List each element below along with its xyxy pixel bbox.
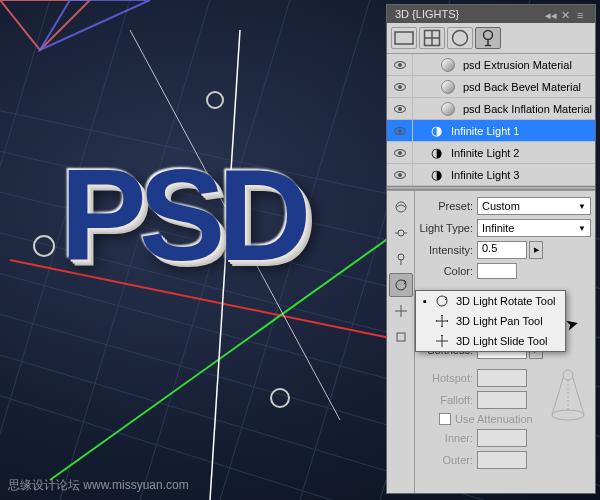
layer-row-material[interactable]: psd Back Bevel Material: [387, 76, 595, 98]
filter-material-button[interactable]: [447, 27, 473, 49]
flyout-pan-tool[interactable]: 3D Light Pan Tool: [416, 311, 565, 331]
layer-label: psd Back Bevel Material: [459, 81, 595, 93]
svg-line-8: [0, 0, 50, 500]
inner-input: [477, 429, 527, 447]
close-icon[interactable]: ✕: [561, 9, 571, 19]
rotate-icon: [434, 294, 450, 308]
light-cone-diagram: [547, 367, 589, 423]
preset-label: Preset:: [419, 200, 477, 212]
layer-row-light[interactable]: ◑ Infinite Light 3: [387, 164, 595, 186]
hotspot-input: [477, 369, 527, 387]
light-handle: [271, 389, 289, 407]
flyout-label: 3D Light Rotate Tool: [456, 295, 555, 307]
svg-line-36: [573, 378, 584, 415]
svg-point-23: [484, 31, 493, 40]
layer-label: psd Extrusion Material: [459, 59, 595, 71]
filter-light-button[interactable]: [475, 27, 501, 49]
color-swatch[interactable]: [477, 263, 517, 279]
attenuation-label: Use Attenuation: [455, 413, 537, 425]
svg-point-34: [563, 370, 573, 380]
bullet-icon: ▪: [422, 295, 428, 307]
light-tool-3[interactable]: [389, 247, 413, 271]
light-rotate-tool-button[interactable]: [389, 273, 413, 297]
light-tool-6[interactable]: [389, 325, 413, 349]
light-handle: [207, 92, 223, 108]
spotlight-icon: ◑: [431, 167, 442, 182]
preset-dropdown[interactable]: Custom▼: [477, 197, 591, 215]
svg-marker-17: [40, 0, 150, 50]
flyout-slide-tool[interactable]: 3D Light Slide Tool: [416, 331, 565, 351]
svg-point-37: [552, 410, 584, 420]
spotlight-icon: ◑: [431, 145, 442, 160]
lighttype-dropdown[interactable]: Infinite▼: [477, 219, 591, 237]
flyout-label: 3D Light Pan Tool: [456, 315, 543, 327]
intensity-input[interactable]: 0.5: [477, 241, 527, 259]
watermark-left: 思缘设计论坛 www.missyuan.com: [8, 477, 189, 494]
chevron-down-icon: ▼: [578, 224, 586, 233]
lighttype-label: Light Type:: [419, 222, 477, 234]
flyout-rotate-tool[interactable]: ▪ 3D Light Rotate Tool: [416, 291, 565, 311]
panel-header[interactable]: 3D {LIGHTS} ◂◂ ✕ ≡: [387, 5, 595, 23]
chevron-down-icon: ▼: [578, 202, 586, 211]
eye-icon[interactable]: [394, 105, 406, 113]
svg-line-35: [552, 378, 563, 415]
layer-label: psd Back Inflation Material: [459, 103, 595, 115]
svg-point-22: [453, 31, 468, 46]
color-label: Color:: [419, 265, 477, 277]
light-tool-flyout: ▪ 3D Light Rotate Tool 3D Light Pan Tool…: [415, 290, 566, 352]
inner-label: Inner:: [419, 432, 477, 444]
eye-icon[interactable]: [394, 171, 406, 179]
layer-label: Infinite Light 2: [447, 147, 595, 159]
light-tool-2[interactable]: [389, 221, 413, 245]
flyout-label: 3D Light Slide Tool: [456, 335, 548, 347]
light-tool-5[interactable]: [389, 299, 413, 323]
collapse-icon[interactable]: ◂◂: [545, 9, 555, 19]
filter-row: [387, 23, 595, 54]
layer-list: psd Extrusion Material psd Back Bevel Ma…: [387, 54, 595, 186]
material-icon: [441, 80, 455, 94]
svg-rect-18: [395, 32, 413, 44]
svg-rect-33: [397, 333, 405, 341]
layer-row-material[interactable]: psd Extrusion Material: [387, 54, 595, 76]
layer-label: Infinite Light 1: [447, 125, 595, 137]
material-icon: [441, 58, 455, 72]
filter-mesh-button[interactable]: [419, 27, 445, 49]
hotspot-label: Hotspot:: [419, 372, 477, 384]
intensity-slider-button[interactable]: ▶: [529, 241, 543, 259]
panel-title: 3D {LIGHTS}: [395, 8, 459, 20]
3d-text-object[interactable]: PSD: [60, 140, 303, 290]
attenuation-checkbox[interactable]: [439, 413, 451, 425]
eye-icon[interactable]: [394, 61, 406, 69]
falloff-label: Falloff:: [419, 394, 477, 406]
svg-point-32: [396, 280, 406, 290]
panel-menu-icon[interactable]: ≡: [577, 9, 587, 19]
pan-icon: [434, 314, 450, 328]
layer-label: Infinite Light 3: [447, 169, 595, 181]
eye-icon[interactable]: [394, 149, 406, 157]
layer-row-light[interactable]: ◑ Infinite Light 2: [387, 142, 595, 164]
falloff-input: [477, 391, 527, 409]
3d-lights-panel: 3D {LIGHTS} ◂◂ ✕ ≡ psd Extrusion Materia…: [386, 4, 596, 494]
spotlight-icon: ◑: [431, 123, 442, 138]
light-tool-strip: [387, 191, 415, 493]
eye-icon[interactable]: [394, 83, 406, 91]
filter-scene-button[interactable]: [391, 27, 417, 49]
svg-point-27: [398, 230, 404, 236]
svg-point-30: [398, 254, 404, 260]
slide-icon: [434, 334, 450, 348]
layer-row-material[interactable]: psd Back Inflation Material: [387, 98, 595, 120]
outer-label: Outer:: [419, 454, 477, 466]
intensity-label: Intensity:: [419, 244, 477, 256]
layer-row-light-selected[interactable]: ◑ Infinite Light 1: [387, 120, 595, 142]
eye-icon[interactable]: [394, 127, 406, 135]
material-icon: [441, 102, 455, 116]
outer-input: [477, 451, 527, 469]
light-tool-1[interactable]: [389, 195, 413, 219]
